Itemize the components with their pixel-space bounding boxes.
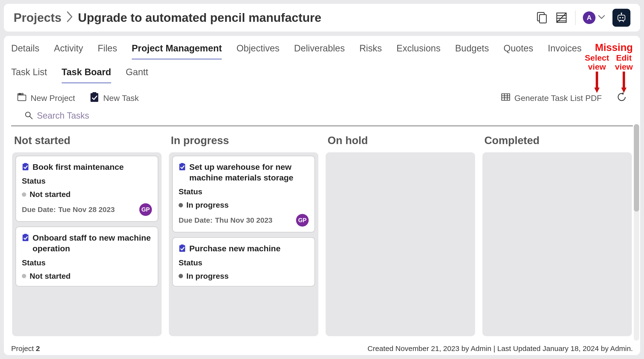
column-title: Not started: [12, 131, 162, 152]
copy-icon[interactable]: [535, 11, 548, 24]
task-card[interactable]: Purchase new machine Status In progress: [172, 237, 315, 286]
due-value: Tue Nov 28 2023: [58, 205, 115, 214]
new-project-label: New Project: [30, 93, 75, 103]
svg-rect-18: [502, 94, 510, 100]
new-project-button[interactable]: New Project: [17, 92, 75, 104]
status-text: In progress: [186, 272, 228, 281]
user-menu[interactable]: A: [583, 11, 605, 24]
task-card[interactable]: Onboard staff to new machine operation S…: [16, 227, 158, 286]
divider: [575, 10, 576, 25]
svg-rect-32: [181, 245, 184, 246]
svg-line-24: [30, 116, 32, 119]
status-text: Not started: [30, 272, 70, 281]
due-label: Due Date:: [22, 205, 56, 214]
breadcrumb-root[interactable]: Projects: [14, 11, 62, 25]
annotation-missing: Missing Select view Edit view: [585, 42, 633, 93]
search-icon: [24, 111, 33, 121]
avatar: A: [583, 11, 596, 24]
tab-deliverables[interactable]: Deliverables: [294, 43, 345, 60]
annotation-select-view: Select view: [585, 53, 609, 93]
column-body[interactable]: [482, 152, 632, 336]
tab-files[interactable]: Files: [98, 43, 117, 60]
folder-plus-icon: [17, 92, 27, 104]
header-actions: A: [535, 9, 630, 27]
footer: Project 2 Created November 21, 2023 by A…: [4, 341, 640, 355]
svg-rect-16: [90, 93, 98, 102]
task-title: Purchase new machine: [189, 243, 280, 254]
board-column-in-progress: In progress Set up warehouse for new mac…: [169, 131, 318, 336]
assignee-badge[interactable]: GP: [139, 203, 152, 216]
board-column-not-started: Not started Book first maintenance Statu…: [12, 131, 162, 336]
new-task-button[interactable]: New Task: [90, 92, 139, 104]
status-label: Status: [22, 258, 152, 267]
status-value: In progress: [178, 201, 309, 210]
clipboard-check-icon: [178, 244, 186, 253]
task-card[interactable]: Set up warehouse for new machine materia…: [172, 156, 315, 232]
status-text: In progress: [186, 201, 228, 210]
svg-rect-26: [24, 163, 27, 164]
tab-details[interactable]: Details: [11, 43, 39, 60]
annotation-edit-view: Edit view: [615, 53, 633, 93]
column-title: In progress: [169, 131, 318, 152]
assistant-button[interactable]: [612, 9, 630, 27]
tab-objectives[interactable]: Objectives: [236, 43, 279, 60]
footer-project: Project 2: [11, 345, 40, 353]
new-task-label: New Task: [103, 93, 139, 103]
tab-budgets[interactable]: Budgets: [455, 43, 489, 60]
due-label: Due Date:: [178, 216, 212, 224]
svg-point-8: [620, 17, 621, 18]
breadcrumb: Projects Upgrade to automated pencil man…: [14, 11, 321, 25]
assignee-badge[interactable]: GP: [296, 214, 309, 227]
task-card[interactable]: Book first maintenance Status Not starte…: [16, 156, 158, 222]
svg-rect-17: [92, 92, 96, 94]
scrollbar-thumb[interactable]: [634, 124, 639, 212]
tab-activity[interactable]: Activity: [54, 43, 83, 60]
search-row: [11, 107, 633, 126]
footer-meta: Created November 21, 2023 by Admin | Las…: [368, 345, 633, 353]
annotation-edit-view-l1: Edit: [616, 53, 632, 62]
annotation-select-view-l1: Select: [585, 53, 609, 62]
footer-project-number: 2: [36, 345, 40, 353]
subtab-gantt[interactable]: Gantt: [126, 67, 148, 83]
status-value: Not started: [22, 272, 152, 281]
generate-pdf-label: Generate Task List PDF: [514, 93, 602, 103]
tab-risks[interactable]: Risks: [359, 43, 382, 60]
due-value: Thu Nov 30 2023: [215, 216, 272, 224]
status-value: In progress: [178, 272, 309, 281]
breadcrumb-current: Upgrade to automated pencil manufacture: [78, 11, 321, 25]
search-input[interactable]: [37, 111, 620, 121]
subtab-task-board[interactable]: Task Board: [62, 67, 111, 83]
tab-invoices[interactable]: Invoices: [548, 43, 582, 60]
board-wrapper: Not started Book first maintenance Statu…: [4, 126, 640, 341]
tab-quotes[interactable]: Quotes: [504, 43, 533, 60]
tab-project-management[interactable]: Project Management: [132, 43, 222, 60]
board: Not started Book first maintenance Statu…: [4, 126, 640, 341]
status-dot-icon: [22, 192, 26, 197]
blueprint-icon[interactable]: [555, 11, 568, 24]
clipboard-check-icon: [22, 233, 29, 243]
tabs-primary: Details Activity Files Project Managemen…: [4, 36, 640, 60]
subtab-task-list[interactable]: Task List: [11, 67, 47, 83]
status-dot-icon: [178, 203, 183, 207]
refresh-icon: [616, 92, 627, 104]
svg-rect-1: [540, 14, 546, 23]
table-icon: [501, 92, 510, 104]
tab-exclusions[interactable]: Exclusions: [396, 43, 441, 60]
clipboard-check-icon: [178, 163, 186, 172]
svg-rect-31: [179, 245, 185, 252]
column-body[interactable]: Book first maintenance Status Not starte…: [12, 152, 162, 336]
generate-pdf-button[interactable]: Generate Task List PDF: [501, 92, 602, 104]
svg-rect-7: [618, 15, 625, 20]
toolbar: New Project New Task Generate Task List …: [4, 83, 640, 107]
refresh-button[interactable]: [616, 92, 627, 104]
annotation-missing-title: Missing: [595, 42, 633, 53]
status-text: Not started: [30, 190, 70, 199]
status-dot-icon: [22, 274, 26, 278]
clipboard-check-icon: [90, 92, 99, 104]
column-title: On hold: [326, 131, 475, 152]
column-body[interactable]: Set up warehouse for new machine materia…: [169, 152, 318, 336]
column-body[interactable]: [326, 152, 475, 336]
board-column-completed: Completed: [482, 131, 632, 336]
svg-rect-14: [18, 95, 26, 101]
status-label: Status: [178, 258, 309, 267]
